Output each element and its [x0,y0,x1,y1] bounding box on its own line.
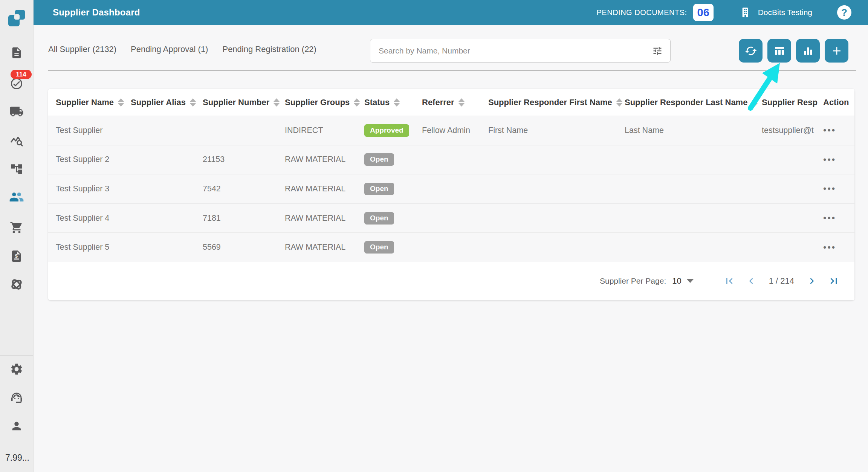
more-actions-icon[interactable]: ••• [823,126,836,135]
cell-status: Approved [364,116,422,145]
next-page-button[interactable] [802,275,821,287]
page-title: Supplier Dashboard [53,0,140,25]
column-header-supplier-number[interactable]: Supplier Number [203,89,285,116]
more-actions-icon[interactable]: ••• [823,184,836,193]
column-header-responder-last-name[interactable]: Supplier Responder Last Name [625,89,762,116]
help-icon[interactable]: ? [837,5,851,20]
cart-icon [10,221,23,234]
first-page-button[interactable] [720,275,739,287]
cell-supplier-number: 7542 [203,174,285,203]
column-header-referrer[interactable]: Referrer [422,89,488,116]
sort-icon[interactable] [616,98,622,107]
sidebar-item-settings[interactable] [0,362,33,376]
approvals-count-badge: 114 [11,70,32,79]
cell-responder-email [762,145,823,174]
building-icon [739,6,751,18]
cell-supplier-name: Test Supplier [48,116,131,145]
filter-tune-icon[interactable] [652,46,663,56]
columns-button[interactable] [767,39,791,63]
table-row[interactable]: Test Supplier 5 5569 RAW MATERIAL Open •… [48,232,854,262]
topbar-right-cluster: PENDING DOCUMENTS: 06 DocBits Testing ? [597,0,851,25]
sidebar-item-integrations[interactable] [0,277,33,292]
previous-page-button[interactable] [742,275,761,287]
sort-icon[interactable] [394,98,400,107]
cell-referrer: Fellow Admin [422,116,488,145]
tab-all-supplier[interactable]: All Supplier (2132) [48,44,116,54]
sort-icon[interactable] [190,98,196,107]
chevron-right-icon [806,275,818,287]
sidebar-item-support[interactable] [0,391,33,405]
cell-supplier-groups: RAW MATERIAL [285,174,364,203]
cell-supplier-alias [131,145,203,174]
plus-icon [830,44,843,57]
table-row[interactable]: Test Supplier INDIRECT Approved Fellow A… [48,116,854,145]
status-badge: Open [364,153,394,166]
sidebar-item-analytics[interactable] [0,134,33,147]
cell-supplier-alias [131,116,203,145]
per-page-select[interactable]: 10 [672,276,693,286]
sort-icon[interactable] [354,98,360,107]
last-page-button[interactable] [824,275,843,287]
status-badge: Open [364,241,394,254]
supplier-table: Supplier Name Supplier Alias Supplier Nu… [48,89,854,300]
orbit-icon [9,277,24,292]
search-input[interactable] [378,46,652,56]
sidebar-item-invoices[interactable]: $ [0,249,33,263]
sort-icon[interactable] [274,98,280,107]
cell-supplier-alias [131,174,203,203]
page-navigation: 1 / 214 [720,275,843,287]
column-header-status[interactable]: Status [364,89,422,116]
chevron-left-icon [745,275,757,287]
sidebar: 114 $ [0,0,34,472]
sidebar-item-workflow[interactable] [0,163,33,176]
column-header-responder-email[interactable]: Supplier Resp [762,89,823,116]
table-row[interactable]: Test Supplier 2 21153 RAW MATERIAL Open … [48,145,854,174]
supplier-dashboard-app: 114 $ [0,0,868,472]
cell-supplier-name: Test Supplier 5 [48,233,131,262]
query-stats-icon [10,134,23,147]
cell-action: ••• [823,233,854,262]
pending-documents-label: PENDING DOCUMENTS: [597,8,687,17]
sidebar-item-documents[interactable] [0,46,33,59]
sidebar-item-purchase-orders[interactable] [0,221,33,234]
cell-supplier-alias [131,204,203,233]
organization-menu[interactable] [739,6,751,18]
table-row[interactable]: Test Supplier 4 7181 RAW MATERIAL Open •… [48,203,854,233]
cell-status: Open [364,233,422,262]
sort-icon[interactable] [118,98,124,107]
column-header-supplier-groups[interactable]: Supplier Groups [285,89,364,116]
column-header-supplier-alias[interactable]: Supplier Alias [131,89,203,116]
pagination-bar: Supplier Per Page: 10 1 / 214 [48,262,854,300]
column-header-responder-first-name[interactable]: Supplier Responder First Name [488,89,625,116]
cell-action: ••• [823,204,854,233]
refresh-icon [744,44,757,57]
organization-name[interactable]: DocBits Testing [758,8,812,17]
column-header-supplier-name[interactable]: Supplier Name [48,89,131,116]
cell-status: Open [364,145,422,174]
columns-icon [773,45,785,57]
sidebar-item-shipments[interactable] [0,104,33,119]
cell-status: Open [364,204,422,233]
more-actions-icon[interactable]: ••• [823,243,836,252]
sort-icon[interactable] [752,98,758,107]
pending-documents-count-badge[interactable]: 06 [693,4,714,21]
sidebar-item-suppliers[interactable] [0,189,33,205]
table-row[interactable]: Test Supplier 3 7542 RAW MATERIAL Open •… [48,174,854,203]
sidebar-item-account[interactable] [0,420,33,432]
sort-icon[interactable] [458,98,465,107]
refresh-button[interactable] [739,39,763,63]
document-icon [10,46,23,59]
cell-responder-last-name [625,174,762,203]
cell-responder-email [762,204,823,233]
more-actions-icon[interactable]: ••• [823,155,836,164]
tab-pending-approval[interactable]: Pending Approval (1) [131,44,208,54]
first-page-icon [723,275,735,287]
tab-pending-registration[interactable]: Pending Registration (22) [222,44,316,54]
divider [0,384,33,384]
divider [48,70,856,71]
app-logo-icon[interactable] [7,8,26,28]
more-actions-icon[interactable]: ••• [823,214,836,223]
add-supplier-button[interactable] [825,39,848,63]
chart-button[interactable] [796,39,820,63]
cell-responder-last-name [625,145,762,174]
